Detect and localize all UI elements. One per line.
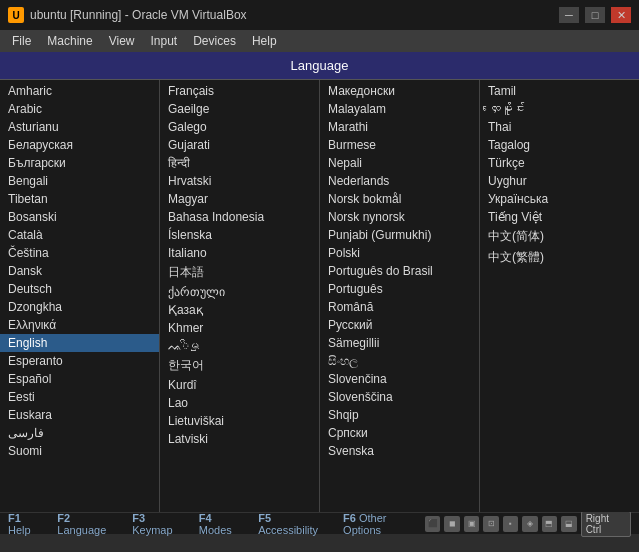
maximize-button[interactable]: □ [585,7,605,23]
lang-item[interactable]: 日本語 [160,262,319,283]
lang-item[interactable]: ၸႄႈမိူင်း [480,100,639,118]
lang-item[interactable]: Uyghur [480,172,639,190]
lang-item[interactable]: Asturianu [0,118,159,136]
lang-item[interactable]: Khmer [160,319,319,337]
lang-item[interactable]: Euskara [0,406,159,424]
lang-item[interactable]: Gujarati [160,136,319,154]
window-title: ubuntu [Running] - Oracle VM VirtualBox [30,8,247,22]
lang-item[interactable]: Tibetan [0,190,159,208]
lang-item[interactable]: Arabic [0,100,159,118]
lang-item[interactable]: Lao [160,394,319,412]
lang-item[interactable]: Esperanto [0,352,159,370]
language-column-3[interactable]: МакедонскиMalayalamMarathiBurmeseNepaliN… [320,80,480,512]
status-item: F5 Accessibility [258,512,331,536]
lang-item[interactable]: Suomi [0,442,159,460]
window-controls[interactable]: ─ □ ✕ [559,7,631,23]
lang-item[interactable]: Беларуская [0,136,159,154]
lang-item[interactable]: Eesti [0,388,159,406]
lang-item[interactable]: Українська [480,190,639,208]
lang-item[interactable]: Dansk [0,262,159,280]
titlebar: U ubuntu [Running] - Oracle VM VirtualBo… [0,0,639,30]
lang-item[interactable]: Punjabi (Gurmukhi) [320,226,479,244]
language-column-2[interactable]: FrançaisGaeilgeGalegoGujaratiहिन्दीHrvat… [160,80,320,512]
lang-item[interactable]: Gaeilge [160,100,319,118]
statusbar: F1 HelpF2 LanguageF3 KeymapF4 ModesF5 Ac… [0,512,639,534]
lang-item[interactable]: Sämegillii [320,334,479,352]
lang-item[interactable]: Latviski [160,430,319,448]
lang-item[interactable]: Nederlands [320,172,479,190]
lang-item[interactable]: Português [320,280,479,298]
lang-item[interactable]: Čeština [0,244,159,262]
language-column-4[interactable]: Tamilၸႄႈမိူင်းThaiTagalogTürkçeUyghurУкр… [480,80,639,512]
lang-item[interactable]: 中文(简体) [480,226,639,247]
lang-item[interactable]: Português do Brasil [320,262,479,280]
lang-item[interactable]: Marathi [320,118,479,136]
lang-item[interactable]: Македонски [320,82,479,100]
lang-item[interactable]: Shqip [320,406,479,424]
lang-item[interactable]: Türkçe [480,154,639,172]
lang-item[interactable]: 한국어 [160,355,319,376]
tray-icon-2: ◼ [444,516,459,532]
lang-item[interactable]: हिन्दी [160,154,319,172]
lang-item[interactable]: Norsk bokmål [320,190,479,208]
lang-item[interactable]: Slovenčina [320,370,479,388]
menu-view[interactable]: View [101,32,143,50]
lang-item[interactable]: Tamil [480,82,639,100]
menu-input[interactable]: Input [143,32,186,50]
lang-item[interactable]: Русский [320,316,479,334]
lang-item[interactable]: Íslenska [160,226,319,244]
lang-item[interactable]: Dzongkha [0,298,159,316]
titlebar-left: U ubuntu [Running] - Oracle VM VirtualBo… [8,7,247,23]
lang-item[interactable]: Español [0,370,159,388]
lang-item[interactable]: Bengali [0,172,159,190]
lang-item[interactable]: Amharic [0,82,159,100]
lang-item[interactable]: Svenska [320,442,479,460]
lang-item[interactable]: Italiano [160,244,319,262]
lang-item[interactable]: Magyar [160,190,319,208]
lang-item[interactable]: Slovenščina [320,388,479,406]
lang-item[interactable]: Malayalam [320,100,479,118]
lang-item[interactable]: Thai [480,118,639,136]
lang-item[interactable]: 中文(繁體) [480,247,639,268]
menu-machine[interactable]: Machine [39,32,100,50]
tray-icon-7: ⬒ [542,516,557,532]
menu-file[interactable]: File [4,32,39,50]
lang-item[interactable]: Bahasa Indonesia [160,208,319,226]
close-button[interactable]: ✕ [611,7,631,23]
lang-item[interactable]: Lietuviškai [160,412,319,430]
lang-item[interactable]: Burmese [320,136,479,154]
lang-item[interactable]: Tagalog [480,136,639,154]
status-item: F3 Keymap [132,512,187,536]
status-item: F2 Language [57,512,120,536]
lang-item[interactable]: Ελληνικά [0,316,159,334]
lang-item[interactable]: Català [0,226,159,244]
menu-help[interactable]: Help [244,32,285,50]
menubar: File Machine View Input Devices Help [0,30,639,52]
lang-item[interactable]: فارسی [0,424,159,442]
lang-item[interactable]: Српски [320,424,479,442]
lang-item[interactable]: Български [0,154,159,172]
lang-item[interactable]: Galego [160,118,319,136]
statusbar-right: ⬛ ◼ ▣ ⊡ ▪ ◈ ⬒ ⬓ Right Ctrl [425,511,631,537]
minimize-button[interactable]: ─ [559,7,579,23]
lang-item[interactable]: Polski [320,244,479,262]
lang-item[interactable]: Norsk nynorsk [320,208,479,226]
lang-item[interactable]: Nepali [320,154,479,172]
statusbar-keys: F1 HelpF2 LanguageF3 KeymapF4 ModesF5 Ac… [8,512,425,536]
lang-item[interactable]: ᨕᩦᨾᩝ [160,337,319,355]
lang-item[interactable]: Bosanski [0,208,159,226]
right-ctrl-badge: Right Ctrl [581,511,631,537]
lang-item[interactable]: Hrvatski [160,172,319,190]
lang-item[interactable]: Tiếng Việt [480,208,639,226]
lang-item[interactable]: සිංහල [320,352,479,370]
menu-devices[interactable]: Devices [185,32,244,50]
status-item: F1 Help [8,512,45,536]
lang-item[interactable]: Română [320,298,479,316]
lang-item[interactable]: Kurdî [160,376,319,394]
lang-item[interactable]: Français [160,82,319,100]
lang-item[interactable]: English [0,334,159,352]
lang-item[interactable]: Қазақ [160,301,319,319]
lang-item[interactable]: Deutsch [0,280,159,298]
language-column-1[interactable]: AmharicArabicAsturianuБеларускаяБългарск… [0,80,160,512]
lang-item[interactable]: ქართული [160,283,319,301]
